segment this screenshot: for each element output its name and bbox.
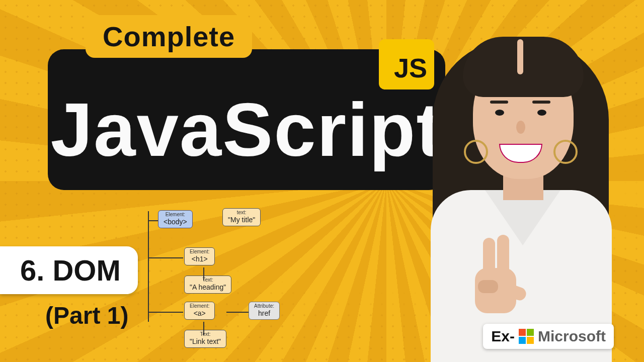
dom-node-h1: Element: <h1>: [184, 247, 215, 265]
ex-prefix: Ex-: [491, 328, 515, 345]
main-title: JavaScript: [51, 86, 443, 173]
complete-text: Complete: [103, 21, 235, 52]
dom-node-body: Element: <body>: [158, 210, 193, 228]
complete-badge: Complete: [86, 15, 252, 58]
dom-node-mytitle: text: "My title": [222, 208, 261, 226]
chapter-badge: 6. DOM: [0, 246, 138, 294]
microsoft-text: Microsoft: [538, 328, 606, 345]
chapter-label: 6. DOM: [20, 254, 121, 287]
dom-node-a: Element: <a>: [184, 302, 215, 320]
presenter-illustration: [403, 9, 639, 362]
title-card: JS JavaScript: [48, 49, 445, 190]
ex-microsoft-badge: Ex- Microsoft: [483, 324, 614, 349]
part-label: (Part 1): [45, 302, 128, 329]
dom-node-linktext: Text: "Link text": [184, 330, 226, 348]
peace-sign-hand: [463, 238, 523, 318]
dom-tree-diagram: Element: <body> text: "My title" Element…: [141, 205, 342, 361]
dom-node-href: Attribute: href: [249, 302, 280, 320]
microsoft-logo-icon: [519, 329, 534, 344]
dom-node-heading: Text: "A heading": [184, 276, 231, 294]
